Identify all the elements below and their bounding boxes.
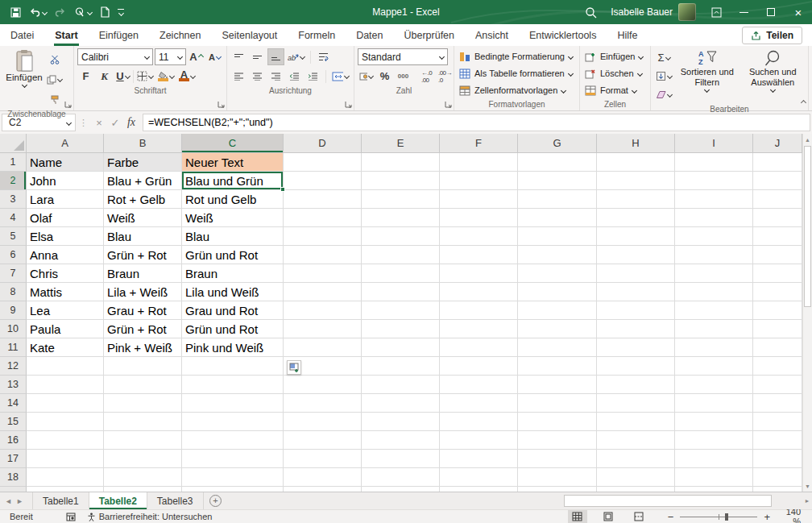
cell-E4[interactable] [362, 209, 440, 227]
macro-record-button[interactable] [60, 513, 81, 521]
clear-button[interactable] [654, 86, 673, 103]
decrease-indent-button[interactable] [286, 68, 303, 85]
clear-dropdown-icon[interactable] [667, 92, 673, 98]
row-header-12[interactable]: 12 [0, 357, 27, 376]
accounting-dropdown-icon[interactable] [368, 73, 374, 79]
cell-D14[interactable] [284, 394, 362, 413]
cell-C17[interactable] [182, 450, 284, 468]
cell-I4[interactable] [675, 209, 753, 227]
select-all-corner[interactable] [0, 134, 27, 153]
new-sheet-button[interactable]: + [204, 492, 228, 509]
cell-D18[interactable] [284, 468, 362, 487]
cell-A1[interactable]: Name [27, 153, 104, 172]
merge-center-button[interactable] [330, 68, 350, 85]
font-size-combo[interactable]: 11 [155, 48, 186, 65]
find-select-button[interactable]: Suchen und Auswählen [741, 48, 806, 103]
cell-C11[interactable]: Pink und Weiß [182, 338, 284, 357]
cell-B9[interactable]: Grau + Rot [104, 301, 182, 320]
cell-J8[interactable] [753, 283, 802, 301]
cell-H11[interactable] [597, 338, 675, 357]
cell-F11[interactable] [440, 338, 518, 357]
scroll-down-icon[interactable]: ▼ [803, 480, 812, 492]
cell-B16[interactable] [104, 431, 182, 450]
cell-B12[interactable] [104, 357, 182, 376]
column-header-J[interactable]: J [753, 134, 802, 153]
column-header-F[interactable]: F [440, 134, 518, 153]
cell-F10[interactable] [440, 320, 518, 338]
row-header-10[interactable]: 10 [0, 320, 27, 338]
cell-J4[interactable] [753, 209, 802, 227]
row-header-18[interactable]: 18 [0, 468, 27, 487]
insert-function-button[interactable]: fx [123, 114, 139, 131]
cell-I5[interactable] [675, 227, 753, 246]
cell-D10[interactable] [284, 320, 362, 338]
cell-A7[interactable]: Chris [27, 264, 104, 283]
align-center-button[interactable] [249, 68, 266, 85]
cell-E5[interactable] [362, 227, 440, 246]
cell-F5[interactable] [440, 227, 518, 246]
cell-C14[interactable] [182, 394, 284, 413]
cell-A4[interactable]: Olaf [27, 209, 104, 227]
vertical-scrollbar-thumb[interactable] [804, 146, 811, 307]
cell-A8[interactable]: Mattis [27, 283, 104, 301]
cell-I2[interactable] [675, 172, 753, 190]
wrap-text-button[interactable] [315, 48, 332, 65]
row-header-14[interactable]: 14 [0, 394, 27, 413]
cell-G12[interactable] [518, 357, 597, 376]
cell-G9[interactable] [518, 301, 597, 320]
ribbon-tab-ansicht[interactable]: Ansicht [465, 24, 519, 46]
cell-H18[interactable] [597, 468, 675, 487]
cell-C2[interactable]: Blau und Grün [182, 172, 284, 190]
row-header-4[interactable]: 4 [0, 209, 27, 227]
row-header-15[interactable]: 15 [0, 413, 27, 431]
cell-G17[interactable] [518, 450, 597, 468]
cell-B13[interactable] [104, 376, 182, 394]
zoom-out-button[interactable]: − [668, 511, 674, 523]
cell-A16[interactable] [27, 431, 104, 450]
cell-I14[interactable] [675, 394, 753, 413]
cell-I15[interactable] [675, 413, 753, 431]
align-bottom-button[interactable] [267, 48, 284, 65]
cell-D2[interactable] [284, 172, 362, 190]
cell-E2[interactable] [362, 172, 440, 190]
cell-F15[interactable] [440, 413, 518, 431]
undo-button[interactable] [25, 0, 51, 24]
cell-D5[interactable] [284, 227, 362, 246]
cell-C8[interactable]: Lila und Weiß [182, 283, 284, 301]
formula-input[interactable]: =WECHSELN(B2;"+";"und") [143, 114, 810, 131]
row-header-8[interactable]: 8 [0, 283, 27, 301]
copy-dropdown-icon[interactable] [57, 77, 63, 82]
cell-I10[interactable] [675, 320, 753, 338]
paste-dropdown-icon[interactable] [21, 82, 27, 88]
cell-B15[interactable] [104, 413, 182, 431]
percent-style-button[interactable]: % [376, 68, 393, 85]
copy-button[interactable] [45, 71, 64, 88]
cell-I13[interactable] [675, 376, 753, 394]
fill-color-dropdown-icon[interactable] [169, 73, 175, 79]
cell-C13[interactable] [182, 376, 284, 394]
underline-button[interactable]: U [114, 68, 131, 85]
cell-G14[interactable] [518, 394, 597, 413]
minimize-button[interactable] [730, 0, 757, 24]
cell-D4[interactable] [284, 209, 362, 227]
cell-E16[interactable] [362, 431, 440, 450]
cell-H12[interactable] [597, 357, 675, 376]
cell-B18[interactable] [104, 468, 182, 487]
row-header-3[interactable]: 3 [0, 190, 27, 209]
align-left-button[interactable] [230, 68, 247, 85]
alignment-dialog-launcher[interactable] [345, 101, 352, 108]
row-header-2[interactable]: 2 [0, 172, 27, 190]
horizontal-scrollbar-thumb[interactable] [564, 495, 772, 507]
zoom-in-button[interactable]: + [764, 511, 770, 523]
bold-button[interactable]: F [77, 68, 94, 85]
cell-I12[interactable] [675, 357, 753, 376]
column-header-H[interactable]: H [597, 134, 675, 153]
cell-J3[interactable] [753, 190, 802, 209]
increase-decimal-button[interactable]: ←.0.00 [418, 68, 435, 85]
sheet-tab-tabelle2[interactable]: Tabelle2 [89, 492, 147, 509]
cell-J10[interactable] [753, 320, 802, 338]
cell-B2[interactable]: Blau + Grün [104, 172, 182, 190]
cell-E3[interactable] [362, 190, 440, 209]
cell-J11[interactable] [753, 338, 802, 357]
column-header-E[interactable]: E [362, 134, 440, 153]
